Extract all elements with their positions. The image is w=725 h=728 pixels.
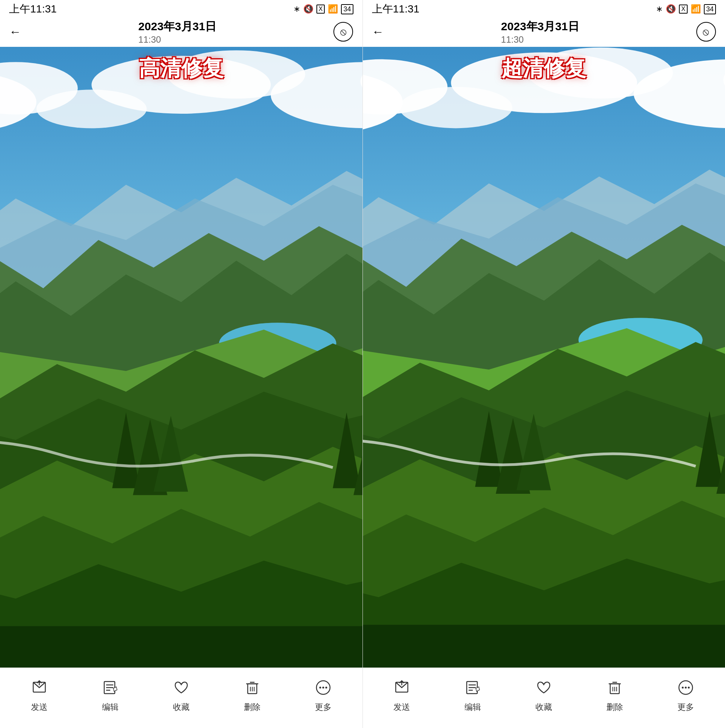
left-status-icons: ∗ 🔇 X 📶 34 xyxy=(293,4,353,14)
left-nav-action-button[interactable]: ⦸ xyxy=(333,22,353,42)
wifi-icon: 📶 xyxy=(328,4,338,14)
svg-point-104 xyxy=(688,687,690,689)
sim-icon: X xyxy=(316,5,325,14)
right-mute-icon: 🔇 xyxy=(666,4,676,14)
right-more-button[interactable]: 更多 xyxy=(677,679,694,713)
right-edit-icon xyxy=(464,679,481,699)
left-nav-title-group: 2023年3月31日 11:30 xyxy=(138,19,216,45)
right-status-icons: ∗ 🔇 X 📶 34 xyxy=(656,4,716,14)
right-status-time: 上午11:31 xyxy=(372,2,420,16)
left-phone-panel: 上午11:31 ∗ 🔇 X 📶 34 ← 2023年3月31日 11:30 ⦸ xyxy=(0,0,363,728)
left-nav-bar: ← 2023年3月31日 11:30 ⦸ xyxy=(0,17,362,47)
right-more-icon xyxy=(677,679,694,699)
left-send-button[interactable]: 发送 xyxy=(31,679,48,713)
left-back-button[interactable]: ← xyxy=(9,25,21,39)
phones-container: 上午11:31 ∗ 🔇 X 📶 34 ← 2023年3月31日 11:30 ⦸ xyxy=(0,0,725,728)
right-edit-button[interactable]: 编辑 xyxy=(464,679,481,713)
right-photo-label: 超清修复 xyxy=(501,54,586,83)
left-favorite-label: 收藏 xyxy=(173,702,190,713)
left-more-icon xyxy=(315,679,332,699)
left-nav-date: 2023年3月31日 xyxy=(138,19,216,34)
right-nav-date: 2023年3月31日 xyxy=(501,19,579,34)
left-image-area[interactable]: 高清修复 xyxy=(0,47,362,668)
left-more-label: 更多 xyxy=(315,702,332,713)
left-send-icon xyxy=(31,679,48,699)
right-edit-label: 编辑 xyxy=(464,702,481,713)
right-heart-icon xyxy=(535,679,552,699)
right-action-icon: ⦸ xyxy=(703,26,709,38)
left-status-bar: 上午11:31 ∗ 🔇 X 📶 34 xyxy=(0,0,362,17)
right-landscape-svg xyxy=(363,47,725,668)
battery-icon: 34 xyxy=(341,4,353,14)
left-toolbar: 发送 编辑 xyxy=(0,668,362,728)
right-nav-action-button[interactable]: ⦸ xyxy=(696,22,716,42)
left-landscape-svg xyxy=(0,47,362,668)
right-sim-icon: X xyxy=(679,5,688,14)
right-send-label: 发送 xyxy=(393,702,410,713)
right-battery-icon: 34 xyxy=(704,4,716,14)
svg-point-61 xyxy=(399,87,512,128)
left-delete-button[interactable]: 删除 xyxy=(244,679,261,713)
svg-marker-94 xyxy=(476,687,480,691)
mute-icon: 🔇 xyxy=(303,4,313,14)
bluetooth-icon: ∗ xyxy=(293,4,300,14)
right-nav-time: 11:30 xyxy=(501,34,524,45)
left-heart-icon xyxy=(173,679,190,699)
right-delete-button[interactable]: 删除 xyxy=(606,679,623,713)
svg-point-52 xyxy=(325,687,327,689)
left-send-label: 发送 xyxy=(31,702,48,713)
left-status-time: 上午11:31 xyxy=(9,2,57,16)
right-more-label: 更多 xyxy=(677,702,694,713)
right-favorite-button[interactable]: 收藏 xyxy=(535,679,552,713)
left-edit-button[interactable]: 编辑 xyxy=(102,679,119,713)
svg-rect-22 xyxy=(0,626,362,668)
right-delete-label: 删除 xyxy=(606,702,623,713)
svg-marker-42 xyxy=(113,687,117,691)
left-action-icon: ⦸ xyxy=(340,26,347,38)
svg-point-51 xyxy=(322,687,324,689)
right-phone-panel: 上午11:31 ∗ 🔇 X 📶 34 ← 2023年3月31日 11:30 ⦸ xyxy=(363,0,725,728)
svg-point-50 xyxy=(319,687,321,689)
left-edit-label: 编辑 xyxy=(102,702,119,713)
svg-point-102 xyxy=(682,687,684,689)
right-toolbar: 发送 编辑 xyxy=(363,668,725,728)
svg-point-8 xyxy=(36,90,147,128)
right-status-bar: 上午11:31 ∗ 🔇 X 📶 34 xyxy=(363,0,725,17)
left-trash-icon xyxy=(244,679,261,699)
right-send-icon xyxy=(393,679,410,699)
left-edit-icon xyxy=(102,679,119,699)
right-nav-title-group: 2023年3月31日 11:30 xyxy=(501,19,579,45)
right-nav-bar: ← 2023年3月31日 11:30 ⦸ xyxy=(363,17,725,47)
svg-point-103 xyxy=(685,687,687,689)
left-more-button[interactable]: 更多 xyxy=(315,679,332,713)
left-favorite-button[interactable]: 收藏 xyxy=(173,679,190,713)
left-delete-label: 删除 xyxy=(244,702,261,713)
right-wifi-icon: 📶 xyxy=(691,4,701,14)
right-favorite-label: 收藏 xyxy=(535,702,552,713)
right-back-button[interactable]: ← xyxy=(372,25,384,39)
right-bluetooth-icon: ∗ xyxy=(656,4,663,14)
left-photo-label: 高清修复 xyxy=(139,54,224,83)
left-nav-time: 11:30 xyxy=(138,34,161,45)
right-image-area[interactable]: 超清修复 xyxy=(363,47,725,668)
svg-rect-75 xyxy=(363,625,725,668)
right-trash-icon xyxy=(606,679,623,699)
right-send-button[interactable]: 发送 xyxy=(393,679,410,713)
